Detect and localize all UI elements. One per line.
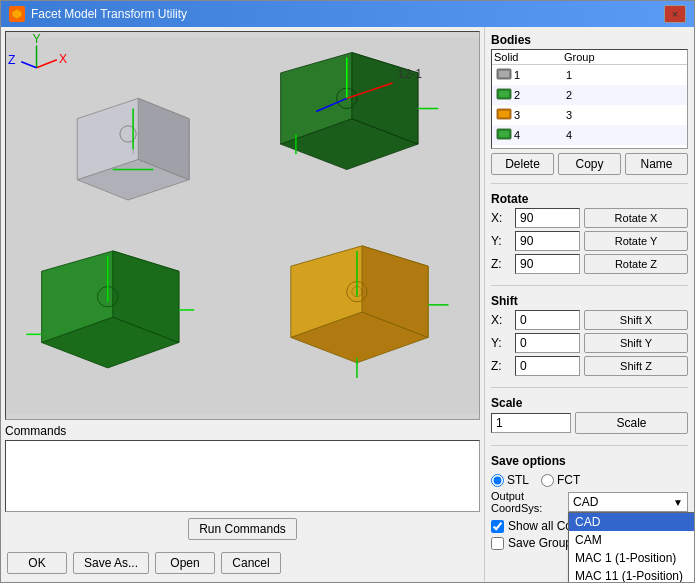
shift-label: Shift <box>491 294 688 308</box>
shift-x-label: X: <box>491 313 511 327</box>
delete-button[interactable]: Delete <box>491 153 554 175</box>
scale-input[interactable] <box>491 413 571 433</box>
commands-section: Commands Run Commands <box>5 424 480 544</box>
bodies-table: Solid Group 1 1 <box>491 49 688 149</box>
svg-text:Z: Z <box>8 53 16 67</box>
bodies-group-header: Group <box>564 51 685 63</box>
svg-text:Y: Y <box>32 32 40 46</box>
file-format-row: STL FCT <box>491 473 688 487</box>
save-as-button[interactable]: Save As... <box>73 552 149 574</box>
dropdown-item-mac11[interactable]: MAC 11 (1-Position) <box>569 567 694 582</box>
cancel-button[interactable]: Cancel <box>221 552 281 574</box>
table-row[interactable]: 3 3 <box>492 105 687 125</box>
bodies-section: Bodies Solid Group 1 1 <box>491 33 688 175</box>
body-group-4: 4 <box>566 129 683 141</box>
bodies-header: Solid Group <box>492 50 687 65</box>
commands-input[interactable] <box>5 440 480 512</box>
left-panel: X Y Z <box>1 27 484 582</box>
shift-y-label: Y: <box>491 336 511 350</box>
shift-section: Shift X: Shift X Y: Shift Y Z: Shift Z <box>491 294 688 379</box>
body-group-1: 1 <box>566 69 683 81</box>
ok-button[interactable]: OK <box>7 552 67 574</box>
rotate-x-label: X: <box>491 211 511 225</box>
svg-rect-41 <box>499 71 509 77</box>
title-bar: Facet Model Transform Utility × <box>1 1 694 27</box>
stl-radio-label[interactable]: STL <box>491 473 529 487</box>
body-icon-2 <box>496 87 512 104</box>
dropdown-item-cam[interactable]: CAM <box>569 531 694 549</box>
run-commands-button[interactable]: Run Commands <box>188 518 297 540</box>
scale-label: Scale <box>491 396 688 410</box>
rotate-z-button[interactable]: Rotate Z <box>584 254 688 274</box>
coord-sys-dropdown[interactable]: CAD ▼ <box>568 492 688 512</box>
shift-z-button[interactable]: Shift Z <box>584 356 688 376</box>
rotate-x-button[interactable]: Rotate X <box>584 208 688 228</box>
open-button[interactable]: Open <box>155 552 215 574</box>
bodies-label: Bodies <box>491 33 688 47</box>
body-solid-1: 1 <box>496 67 566 84</box>
table-row[interactable]: 1 1 <box>492 65 687 85</box>
close-button[interactable]: × <box>664 5 686 23</box>
fct-label: FCT <box>557 473 580 487</box>
scale-button[interactable]: Scale <box>575 412 688 434</box>
rotate-z-row: Z: Rotate Z <box>491 254 688 274</box>
rotate-y-button[interactable]: Rotate Y <box>584 231 688 251</box>
shift-x-row: X: Shift X <box>491 310 688 330</box>
rotate-y-input[interactable] <box>515 231 580 251</box>
stl-label: STL <box>507 473 529 487</box>
dropdown-item-mac1[interactable]: MAC 1 (1-Position) <box>569 549 694 567</box>
bodies-solid-header: Solid <box>494 51 564 63</box>
fct-radio-label[interactable]: FCT <box>541 473 580 487</box>
save-options-section: Save options STL FCT Output CoordSys: <box>491 454 688 550</box>
svg-rect-43 <box>499 91 509 97</box>
save-groups-checkbox[interactable] <box>491 537 504 550</box>
coord-sys-dropdown-container: CAD ▼ CAD CAM MAC 1 (1-Position) MAC 11 … <box>568 492 688 512</box>
show-all-coords-checkbox[interactable] <box>491 520 504 533</box>
shift-y-button[interactable]: Shift Y <box>584 333 688 353</box>
shift-z-label: Z: <box>491 359 511 373</box>
coord-sys-label: Output CoordSys: <box>491 490 564 514</box>
coord-sys-selected: CAD <box>573 495 598 509</box>
name-button[interactable]: Name <box>625 153 688 175</box>
copy-button[interactable]: Copy <box>558 153 621 175</box>
body-group-3: 3 <box>566 109 683 121</box>
rotate-section: Rotate X: Rotate X Y: Rotate Y Z: Rotate… <box>491 192 688 277</box>
shift-z-row: Z: Shift Z <box>491 356 688 376</box>
stl-radio[interactable] <box>491 474 504 487</box>
shift-z-input[interactable] <box>515 356 580 376</box>
main-window: Facet Model Transform Utility × X <box>0 0 695 583</box>
table-row[interactable]: 2 2 <box>492 85 687 105</box>
shift-x-input[interactable] <box>515 310 580 330</box>
bodies-buttons: Delete Copy Name <box>491 153 688 175</box>
save-options-label: Save options <box>491 454 688 468</box>
body-solid-3: 3 <box>496 107 566 124</box>
rotate-y-row: Y: Rotate Y <box>491 231 688 251</box>
dropdown-arrow-icon: ▼ <box>673 497 683 508</box>
rotate-y-label: Y: <box>491 234 511 248</box>
scale-row: Scale <box>491 412 688 434</box>
table-row[interactable]: 4 4 <box>492 125 687 145</box>
shift-y-input[interactable] <box>515 333 580 353</box>
app-icon <box>9 6 25 22</box>
body-icon-3 <box>496 107 512 124</box>
svg-text:X: X <box>59 52 67 66</box>
viewport: X Y Z <box>5 31 480 420</box>
shift-y-row: Y: Shift Y <box>491 333 688 353</box>
rotate-z-label: Z: <box>491 257 511 271</box>
footer-buttons: OK Save As... Open Cancel <box>5 548 480 578</box>
rotate-x-row: X: Rotate X <box>491 208 688 228</box>
shift-x-button[interactable]: Shift X <box>584 310 688 330</box>
rotate-x-input[interactable] <box>515 208 580 228</box>
coord-sys-dropdown-list: CAD CAM MAC 1 (1-Position) MAC 11 (1-Pos… <box>568 512 694 582</box>
svg-text:12-1: 12-1 <box>398 67 423 81</box>
window-title: Facet Model Transform Utility <box>31 7 187 21</box>
commands-label: Commands <box>5 424 480 438</box>
body-icon-4 <box>496 127 512 144</box>
body-solid-2: 2 <box>496 87 566 104</box>
fct-radio[interactable] <box>541 474 554 487</box>
dropdown-item-cad[interactable]: CAD <box>569 513 694 531</box>
rotate-label: Rotate <box>491 192 688 206</box>
scale-section: Scale Scale <box>491 396 688 437</box>
rotate-z-input[interactable] <box>515 254 580 274</box>
svg-rect-47 <box>499 131 509 137</box>
